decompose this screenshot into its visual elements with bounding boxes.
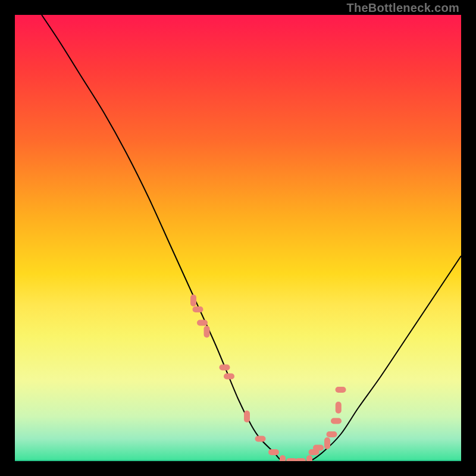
scatter-point (197, 320, 208, 326)
outer-frame: TheBottleneck.com (0, 0, 476, 476)
scatter-highlight-group (190, 295, 346, 461)
chart-plot-area (15, 15, 461, 461)
scatter-point (336, 402, 342, 414)
scatter-point (190, 295, 196, 306)
scatter-point (268, 449, 279, 455)
scatter-point (255, 436, 266, 442)
scatter-point (193, 306, 203, 312)
scatter-point (204, 326, 210, 338)
scatter-point (220, 365, 230, 371)
scatter-point (224, 374, 234, 380)
scatter-point (306, 455, 312, 461)
scatter-point (313, 445, 324, 451)
scatter-point (295, 458, 306, 461)
bottleneck-curve (42, 15, 461, 461)
chart-svg (15, 15, 461, 461)
scatter-point (280, 455, 286, 461)
scatter-point (331, 418, 342, 424)
scatter-point (244, 411, 250, 422)
scatter-point (324, 437, 330, 449)
scatter-point (327, 431, 337, 437)
attribution-watermark: TheBottleneck.com (346, 1, 459, 15)
scatter-point (336, 387, 346, 393)
